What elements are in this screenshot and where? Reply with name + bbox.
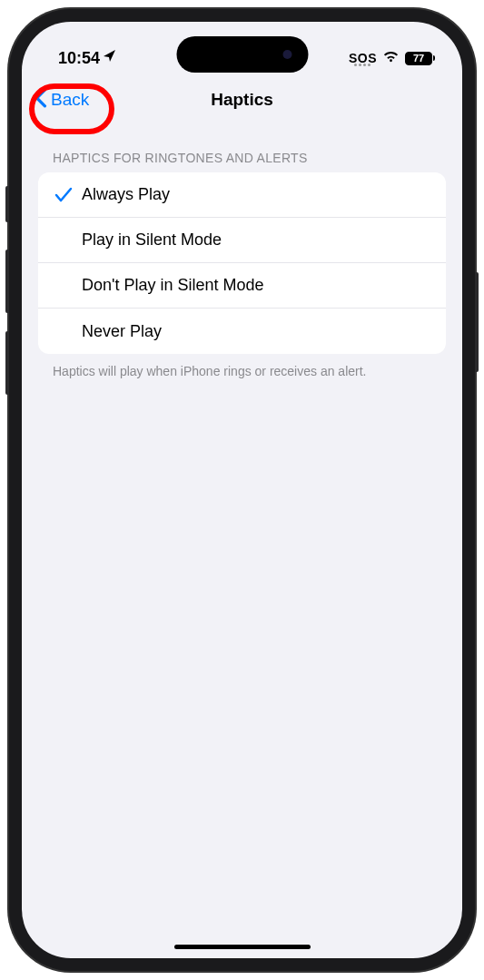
nav-bar: Back Haptics (22, 76, 462, 123)
option-dont-play-silent[interactable]: Don't Play in Silent Mode (38, 263, 446, 309)
battery-level: 77 (413, 53, 424, 64)
content: HAPTICS FOR RINGTONES AND ALERTS Always … (22, 123, 462, 389)
battery-icon: 77 (405, 52, 435, 65)
option-never-play[interactable]: Never Play (38, 309, 446, 354)
volume-down-button (5, 331, 9, 395)
back-button[interactable]: Back (35, 88, 89, 113)
power-button (475, 272, 479, 372)
option-label: Never Play (82, 322, 162, 341)
volume-switch (5, 186, 9, 222)
volume-up-button (5, 250, 9, 313)
wifi-icon (382, 50, 400, 67)
sos-indicator: SOS (349, 51, 377, 66)
option-label: Always Play (82, 185, 170, 204)
location-icon (103, 49, 117, 68)
option-always-play[interactable]: Always Play (38, 172, 446, 218)
screen: 10:54 SOS (22, 22, 462, 958)
option-label: Don't Play in Silent Mode (82, 276, 264, 295)
back-label: Back (51, 90, 89, 110)
home-indicator[interactable] (174, 945, 311, 949)
dynamic-island (176, 36, 308, 73)
status-time: 10:54 (58, 49, 100, 68)
status-left: 10:54 (58, 49, 117, 68)
checkmark-icon (54, 187, 82, 203)
page-title: Haptics (211, 90, 273, 110)
phone-frame: 10:54 SOS (9, 9, 475, 971)
options-list: Always Play Play in Silent Mode Don't Pl… (38, 172, 446, 354)
status-right: SOS 77 (349, 50, 435, 67)
section-footer: Haptics will play when iPhone rings or r… (38, 354, 446, 389)
section-header: HAPTICS FOR RINGTONES AND ALERTS (38, 123, 446, 172)
option-label: Play in Silent Mode (82, 230, 222, 250)
option-play-silent[interactable]: Play in Silent Mode (38, 218, 446, 263)
chevron-left-icon (35, 88, 47, 113)
